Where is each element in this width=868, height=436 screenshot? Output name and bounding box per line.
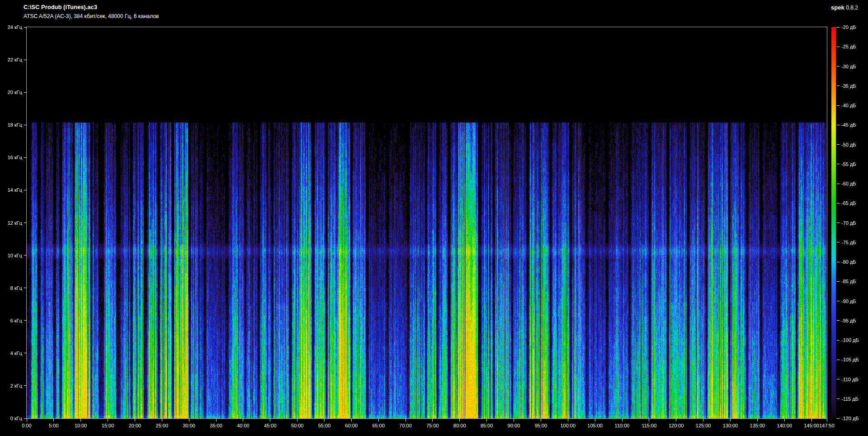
legend-tick bbox=[837, 379, 840, 379]
legend-tick-label: -120 дБ bbox=[841, 415, 859, 422]
legend-tick bbox=[837, 242, 840, 242]
legend-tick-label: -100 дБ bbox=[841, 337, 859, 343]
legend-tick-label: -105 дБ bbox=[841, 356, 859, 363]
freq-tick-label: 6 кГц bbox=[0, 318, 22, 324]
time-tick-label: 5:00 bbox=[40, 422, 67, 429]
time-tick bbox=[297, 419, 297, 422]
legend-tick-label: -35 дБ bbox=[841, 83, 856, 89]
legend-tick-label: -40 дБ bbox=[841, 102, 856, 109]
freq-tick-label: 16 кГц bbox=[0, 154, 22, 161]
time-tick-label: 80:00 bbox=[446, 422, 473, 429]
app-brand: spek 0.8.2 bbox=[831, 4, 858, 11]
time-tick-label: 35:00 bbox=[203, 422, 230, 429]
time-tick-label: 90:00 bbox=[500, 422, 528, 429]
time-tick bbox=[243, 419, 243, 422]
time-tick bbox=[757, 419, 758, 422]
legend-tick-label: -115 дБ bbox=[841, 396, 859, 402]
time-tick bbox=[811, 419, 812, 422]
time-tick-label: 30:00 bbox=[175, 422, 203, 429]
time-tick-label: 140:00 bbox=[771, 422, 798, 429]
legend-tick bbox=[837, 47, 840, 47]
time-tick bbox=[703, 419, 703, 422]
legend-tick-label: -20 дБ bbox=[841, 24, 856, 30]
time-tick bbox=[27, 419, 27, 422]
time-tick bbox=[53, 419, 54, 422]
legend-tick bbox=[837, 66, 840, 66]
legend-tick bbox=[837, 340, 840, 341]
freq-tick-label: 12 кГц bbox=[0, 220, 22, 226]
time-tick bbox=[324, 419, 325, 422]
legend-tick-label: -90 дБ bbox=[841, 298, 856, 304]
file-info: ATSC A/52A (AC-3), 384 кбит/сек, 48000 Г… bbox=[24, 13, 159, 19]
legend-tick bbox=[837, 301, 840, 301]
time-tick-label: 130:00 bbox=[717, 422, 744, 429]
time-tick bbox=[486, 419, 487, 422]
time-tick bbox=[459, 419, 460, 422]
time-tick bbox=[595, 419, 595, 422]
legend-tick-label: -45 дБ bbox=[841, 122, 856, 128]
time-tick-label: 10:00 bbox=[67, 422, 94, 429]
legend-tick bbox=[837, 360, 840, 360]
legend-tick bbox=[837, 418, 840, 419]
legend-tick-label: -85 дБ bbox=[841, 278, 856, 284]
freq-tick-label: 10 кГц bbox=[0, 252, 22, 259]
time-tick-label: 70:00 bbox=[392, 422, 419, 429]
time-tick-label: 25:00 bbox=[148, 422, 175, 429]
time-tick bbox=[108, 419, 108, 422]
time-tick-label: 50:00 bbox=[284, 422, 311, 429]
legend-tick bbox=[837, 320, 840, 321]
time-tick bbox=[730, 419, 731, 422]
time-tick bbox=[827, 419, 827, 422]
time-tick bbox=[270, 419, 270, 422]
legend-color-bar bbox=[831, 27, 836, 418]
legend-tick-label: -95 дБ bbox=[841, 318, 856, 324]
spectrogram bbox=[27, 27, 827, 418]
freq-tick-label: 20 кГц bbox=[0, 89, 22, 95]
time-tick-label: 45:00 bbox=[257, 422, 284, 429]
freq-tick-label: 22 кГц bbox=[0, 57, 22, 63]
time-tick-label: 65:00 bbox=[365, 422, 392, 429]
legend-tick bbox=[837, 262, 840, 262]
time-tick bbox=[514, 419, 514, 422]
time-tick bbox=[649, 419, 649, 422]
legend-tick-label: -75 дБ bbox=[841, 239, 856, 246]
legend-tick bbox=[837, 27, 840, 28]
time-tick-label: 85:00 bbox=[473, 422, 500, 429]
app-version: 0.8.2 bbox=[846, 5, 858, 11]
legend-tick-label: -60 дБ bbox=[841, 180, 856, 187]
legend-tick bbox=[837, 184, 840, 184]
legend-tick bbox=[837, 281, 840, 282]
legend-tick bbox=[837, 164, 840, 164]
legend-tick-label: -110 дБ bbox=[841, 376, 859, 383]
time-tick bbox=[784, 419, 785, 422]
freq-tick-label: 2 кГц bbox=[0, 383, 22, 389]
time-tick-label: 110:00 bbox=[609, 422, 636, 429]
time-tick bbox=[378, 419, 379, 422]
time-tick bbox=[189, 419, 189, 422]
legend-tick bbox=[837, 223, 840, 223]
time-tick bbox=[162, 419, 162, 422]
time-tick bbox=[135, 419, 135, 422]
time-tick-label: 75:00 bbox=[419, 422, 446, 429]
freq-tick-label: 14 кГц bbox=[0, 187, 22, 193]
time-tick bbox=[216, 419, 217, 422]
freq-tick-label: 4 кГц bbox=[0, 350, 22, 356]
legend-tick bbox=[837, 105, 840, 106]
legend-tick bbox=[837, 203, 840, 204]
app-name: spek bbox=[831, 4, 844, 11]
legend-tick bbox=[837, 125, 840, 125]
time-tick bbox=[676, 419, 676, 422]
freq-tick-label: 24 кГц bbox=[0, 24, 22, 30]
time-tick-label: 60:00 bbox=[338, 422, 365, 429]
freq-tick-label: 18 кГц bbox=[0, 122, 22, 128]
time-tick bbox=[406, 419, 406, 422]
freq-tick-label: 0 кГц bbox=[0, 415, 22, 422]
time-tick-label: 55:00 bbox=[311, 422, 338, 429]
legend-tick-label: -65 дБ bbox=[841, 200, 856, 206]
file-title: C:\SC Produb (iTunes).ac3 bbox=[24, 4, 97, 10]
legend-tick bbox=[837, 398, 840, 399]
time-tick-label: 0:00 bbox=[13, 422, 40, 429]
time-tick-label: 20:00 bbox=[121, 422, 148, 429]
legend-tick-label: -70 дБ bbox=[841, 220, 856, 226]
legend-tick bbox=[837, 85, 840, 86]
